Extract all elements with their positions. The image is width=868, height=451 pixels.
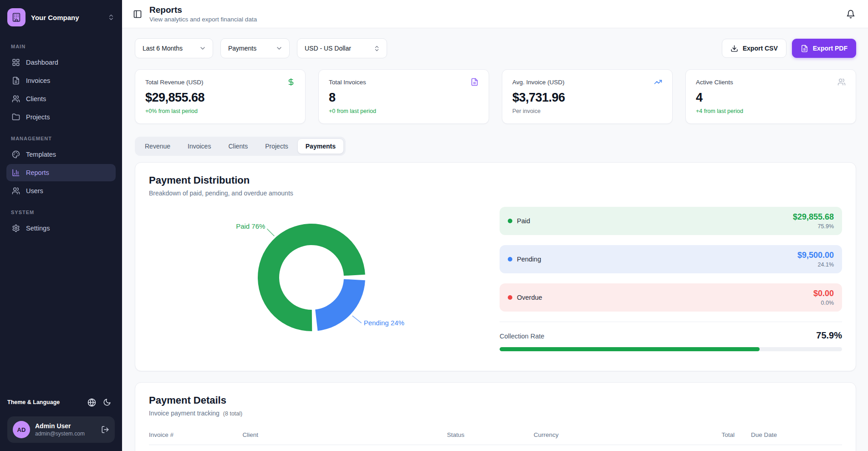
sidebar-item-label: Invoices [26, 77, 50, 84]
users-icon [12, 187, 20, 195]
sidebar-item-label: Dashboard [26, 59, 58, 66]
main: Reports View analytics and export financ… [122, 0, 868, 451]
distribution-subtitle: Breakdown of paid, pending, and overdue … [149, 190, 842, 197]
building-icon [11, 12, 21, 22]
chevron-down-icon [199, 45, 206, 52]
notifications-button[interactable] [846, 10, 855, 19]
payment-distribution-card: Payment Distribution Breakdown of paid, … [135, 162, 856, 371]
report-type-select[interactable]: Payments [220, 38, 290, 58]
column-header-due-date: Due Date [735, 427, 842, 445]
user-card[interactable]: AD Admin User admin@system.com [7, 416, 115, 443]
period-select[interactable]: Last 6 Months [135, 38, 213, 58]
company-switcher[interactable]: Your Company [0, 0, 122, 34]
legend-dot [508, 219, 512, 223]
stat-value: $29,855.68 [145, 91, 295, 105]
nav-section-label: MAIN [11, 44, 111, 49]
tab-payments[interactable]: Payments [297, 138, 344, 154]
stat-label: Avg. Invoice (USD) [512, 79, 565, 86]
stat-card: Total Invoices8+0 from last period [318, 69, 489, 124]
logout-button[interactable] [101, 425, 109, 434]
sidebar-item-label: Users [26, 187, 43, 195]
tab-invoices[interactable]: Invoices [179, 138, 219, 154]
details-subtitle: Invoice payment tracking [149, 410, 220, 417]
page-subtitle: View analytics and export financial data [149, 16, 257, 23]
stat-sub: +4 from last period [696, 108, 846, 114]
payment-details-card: Payment Details Invoice payment tracking… [135, 382, 856, 451]
sidebar-item-label: Projects [26, 113, 50, 121]
stat-label: Active Clients [696, 79, 733, 86]
page-title: Reports [149, 5, 257, 15]
trending-up-icon [654, 78, 662, 86]
sidebar-item-clients[interactable]: Clients [6, 90, 116, 108]
moon-icon [103, 398, 111, 406]
globe-icon [87, 398, 96, 407]
stat-card: Active Clients4+4 from last period [685, 69, 856, 124]
stat-value: 8 [329, 91, 479, 105]
language-button[interactable] [84, 395, 99, 409]
details-total-note: (8 total) [223, 410, 242, 417]
file-text-icon [12, 77, 20, 85]
export-csv-button[interactable]: Export CSV [722, 39, 786, 58]
donut-label-paid: Paid 76% [236, 222, 265, 230]
stat-card: Avg. Invoice (USD)$3,731.96Per invoice [502, 69, 673, 124]
company-logo [7, 8, 26, 26]
sidebar-item-invoices[interactable]: Invoices [6, 72, 116, 89]
report-tabs: RevenueInvoicesClientsProjectsPayments [135, 137, 346, 156]
company-name: Your Company [31, 14, 102, 21]
distribution-percent: 24.1% [797, 261, 834, 268]
table-row[interactable]: INV-7003Terra Pacific Horizon Pty LtdPai… [149, 445, 842, 451]
chevrons-up-down-icon [107, 14, 115, 21]
chart-icon [12, 169, 20, 177]
sidebar-item-settings[interactable]: Settings [6, 220, 116, 237]
sidebar-item-projects[interactable]: Projects [6, 108, 116, 126]
chevrons-up-down-icon [373, 45, 380, 52]
distribution-amount: $9,500.00 [797, 251, 834, 260]
sidebar-item-label: Reports [26, 169, 49, 176]
stat-label: Total Revenue (USD) [145, 79, 204, 86]
distribution-row-paid: Paid$29,855.6875.9% [500, 207, 842, 235]
palette-icon [12, 150, 20, 159]
distribution-percent: 75.9% [793, 223, 834, 230]
logout-icon [101, 425, 109, 434]
filter-row: Last 6 Months Payments USD - US Dollar E… [135, 38, 856, 58]
users-icon [837, 78, 846, 86]
sidebar-item-label: Templates [26, 151, 56, 158]
currency-select[interactable]: USD - US Dollar [297, 38, 387, 58]
theme-toggle-button[interactable] [99, 395, 115, 409]
tab-revenue[interactable]: Revenue [137, 138, 179, 154]
user-name: Admin User [35, 422, 96, 430]
stat-sub: Per invoice [512, 108, 662, 114]
donut-slice [315, 279, 365, 331]
distribution-label: Pending [517, 256, 541, 263]
sidebar-item-label: Settings [26, 225, 50, 232]
chevron-down-icon [276, 45, 283, 52]
collection-rate-progress [500, 347, 842, 351]
collection-rate-label: Collection Rate [500, 333, 544, 340]
content: Last 6 Months Payments USD - US Dollar E… [122, 28, 868, 451]
table-cell: AUD [534, 445, 662, 451]
sidebar-toggle-button[interactable] [133, 10, 142, 19]
nav-section-label: MANAGEMENT [11, 136, 111, 141]
sidebar-item-users[interactable]: Users [6, 182, 116, 200]
stat-sub: +0% from last period [145, 108, 295, 114]
sidebar-item-dashboard[interactable]: Dashboard [6, 54, 116, 71]
sidebar-item-label: Clients [26, 95, 46, 102]
settings-icon [12, 224, 20, 232]
download-icon [730, 45, 738, 52]
folder-icon [12, 113, 20, 121]
column-header-total: Total [662, 427, 735, 445]
table-header-row: Invoice #ClientStatusCurrencyTotalDue Da… [149, 427, 842, 445]
distribution-amount: $0.00 [813, 289, 834, 298]
tab-clients[interactable]: Clients [220, 138, 256, 154]
table-cell: A$9,750.00 [662, 445, 735, 451]
export-pdf-button[interactable]: Export PDF [792, 39, 856, 58]
stat-value: 4 [696, 91, 846, 105]
sidebar-item-templates[interactable]: Templates [6, 146, 116, 163]
distribution-label: Paid [517, 217, 530, 225]
tab-projects[interactable]: Projects [257, 138, 296, 154]
table-cell: Apr 5, 2026 [735, 445, 842, 451]
legend-dot [508, 257, 512, 261]
sidebar-item-reports[interactable]: Reports [6, 164, 116, 181]
user-email: admin@system.com [35, 430, 96, 437]
payments-table: Invoice #ClientStatusCurrencyTotalDue Da… [149, 427, 842, 451]
